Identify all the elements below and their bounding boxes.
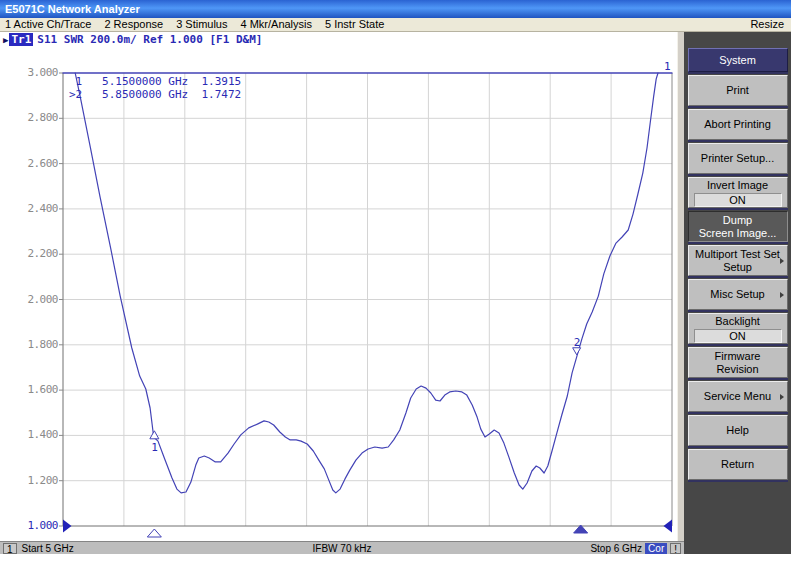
analyzer-window: E5071C Network Analyzer 1 Active Ch/Trac… bbox=[0, 0, 791, 554]
grid-lines bbox=[59, 73, 672, 526]
softkey-system[interactable]: System bbox=[688, 48, 788, 72]
marker-readout: 1 5.1500000 GHz 1.3915>2 5.8500000 GHz 1… bbox=[69, 75, 241, 101]
title-bar: E5071C Network Analyzer bbox=[0, 0, 791, 18]
softkey-abort-printing[interactable]: Abort Printing bbox=[688, 109, 788, 140]
menu-item-1[interactable]: 1 Active Ch/Trace bbox=[5, 18, 91, 31]
softkey-help[interactable]: Help bbox=[688, 415, 788, 446]
y-axis-label-3.000: 3.000 bbox=[12, 67, 58, 79]
y-axis-label-1.400: 1.400 bbox=[12, 429, 58, 441]
softkey-label: Abort Printing bbox=[704, 118, 771, 131]
softkey-return[interactable]: Return bbox=[688, 449, 788, 480]
trace-format-text: S11 SWR 200.0m/ Ref 1.000 [F1 D&M] bbox=[37, 33, 262, 46]
marker-2-number: 2 bbox=[574, 336, 581, 349]
y-axis-label-1.800: 1.800 bbox=[12, 339, 58, 351]
y-axis-label-1.200: 1.200 bbox=[12, 475, 58, 487]
softkey-label: Printer Setup... bbox=[701, 152, 774, 165]
ifbw-label: IFBW 70 kHz bbox=[313, 543, 372, 554]
softkey-backlight[interactable]: BacklightON bbox=[688, 313, 788, 344]
softkey-label: Revision bbox=[716, 363, 758, 376]
softkey-label: Multiport Test Set bbox=[695, 248, 780, 261]
correction-badge: Cor bbox=[645, 543, 667, 554]
y-axis-label-2.800: 2.800 bbox=[12, 112, 58, 124]
marker-1-stimulus-triangle-icon[interactable] bbox=[147, 529, 161, 537]
trace-status-line: ▶ Tr1 S11 SWR 200.0m/ Ref 1.000 [F1 D&M] bbox=[3, 33, 262, 46]
trace1-badge[interactable]: Tr1 bbox=[9, 33, 33, 46]
menu-item-3[interactable]: 3 Stimulus bbox=[176, 18, 227, 31]
submenu-arrow-icon bbox=[780, 258, 784, 264]
menu-item-5[interactable]: 5 Instr State bbox=[325, 18, 384, 31]
softkey-label: Firmware bbox=[715, 350, 761, 363]
y-axis-label-1.600: 1.600 bbox=[12, 384, 58, 396]
stop-frequency-label: Stop 6 GHz bbox=[590, 543, 642, 554]
softkey-label: Help bbox=[726, 424, 749, 437]
submenu-arrow-icon bbox=[780, 394, 784, 400]
channel-window: 112 ▶ Tr1 S11 SWR 200.0m/ Ref 1.000 [F1 … bbox=[0, 32, 684, 554]
channel-number-box: 1 bbox=[3, 543, 17, 554]
data-trace bbox=[75, 73, 658, 493]
marker-2[interactable]: 2 bbox=[573, 336, 581, 355]
menu-bar: 1 Active Ch/Trace2 Response3 Stimulus4 M… bbox=[0, 18, 791, 32]
y-axis-label-1.000: 1.000 bbox=[12, 520, 58, 532]
softkey-label: Print bbox=[726, 84, 749, 97]
marker-1-triangle-icon[interactable] bbox=[150, 431, 159, 439]
softkey-multiport-test-set[interactable]: Multiport Test SetSetup bbox=[688, 245, 788, 276]
status-bar: 1 Start 5 GHz IFBW 70 kHz Stop 6 GHz Cor… bbox=[0, 541, 684, 554]
menu-item-2[interactable]: 2 Response bbox=[104, 18, 163, 31]
window-divider bbox=[677, 32, 684, 541]
softkey-label: System bbox=[719, 54, 756, 67]
softkey-toggle-state: ON bbox=[694, 329, 782, 343]
softkey-label: Backlight bbox=[715, 315, 760, 328]
marker-readout-line-1: 1 5.1500000 GHz 1.3915 bbox=[69, 75, 241, 88]
graticule-svg: 112 bbox=[0, 32, 684, 541]
softkey-invert-image[interactable]: Invert ImageON bbox=[688, 177, 788, 208]
softkey-label: Return bbox=[721, 458, 754, 471]
window-title: E5071C Network Analyzer bbox=[5, 3, 140, 15]
softkey-dump[interactable]: DumpScreen Image... bbox=[688, 211, 788, 242]
softkey-print[interactable]: Print bbox=[688, 75, 788, 106]
softkey-menu: SystemPrintAbort PrintingPrinter Setup..… bbox=[684, 32, 791, 554]
softkey-label: Dump bbox=[723, 214, 752, 227]
marker-1[interactable]: 1 bbox=[150, 431, 159, 455]
trace-end-number: 1 bbox=[664, 60, 671, 73]
softkey-label: Misc Setup bbox=[710, 288, 764, 301]
softkey-printer-setup[interactable]: Printer Setup... bbox=[688, 143, 788, 174]
softkey-label: Invert Image bbox=[707, 179, 768, 192]
submenu-arrow-icon bbox=[780, 292, 784, 298]
softkey-toggle-state: ON bbox=[694, 193, 782, 207]
softkey-label: Service Menu bbox=[704, 390, 771, 403]
softkey-label: Screen Image... bbox=[699, 227, 777, 240]
marker-readout-line-2: >2 5.8500000 GHz 1.7472 bbox=[69, 88, 241, 101]
warning-indicator[interactable]: ! bbox=[670, 543, 681, 554]
softkey-misc-setup[interactable]: Misc Setup bbox=[688, 279, 788, 310]
softkey-service-menu[interactable]: Service Menu bbox=[688, 381, 788, 412]
marker-1-number: 1 bbox=[151, 441, 158, 454]
y-axis-label-2.200: 2.200 bbox=[12, 248, 58, 260]
y-axis-label-2.600: 2.600 bbox=[12, 158, 58, 170]
plot-area: 112 ▶ Tr1 S11 SWR 200.0m/ Ref 1.000 [F1 … bbox=[0, 32, 684, 541]
softkey-label: Setup bbox=[723, 261, 752, 274]
reference-level-right-icon bbox=[664, 520, 673, 533]
menu-item-4[interactable]: 4 Mkr/Analysis bbox=[240, 18, 312, 31]
reference-level-left-icon bbox=[63, 520, 72, 533]
marker-2-triangle-icon[interactable] bbox=[573, 348, 581, 355]
trace-select-arrow-icon: ▶ bbox=[3, 35, 8, 45]
y-axis-label-2.400: 2.400 bbox=[12, 203, 58, 215]
start-frequency-label: Start 5 GHz bbox=[22, 543, 74, 554]
menu-item-resize[interactable]: Resize bbox=[750, 18, 784, 31]
softkey-firmware[interactable]: FirmwareRevision bbox=[688, 347, 788, 378]
y-axis-label-2.000: 2.000 bbox=[12, 294, 58, 306]
